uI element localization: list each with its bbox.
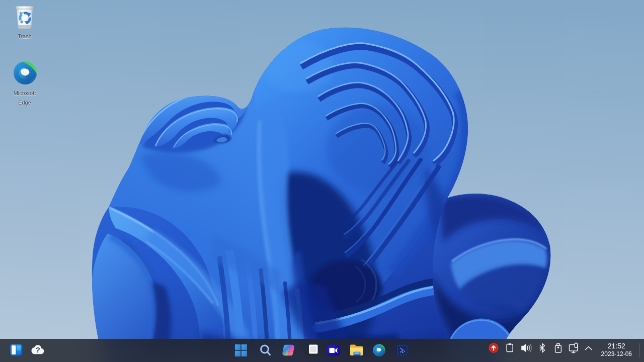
- svg-text:?: ?: [36, 345, 40, 354]
